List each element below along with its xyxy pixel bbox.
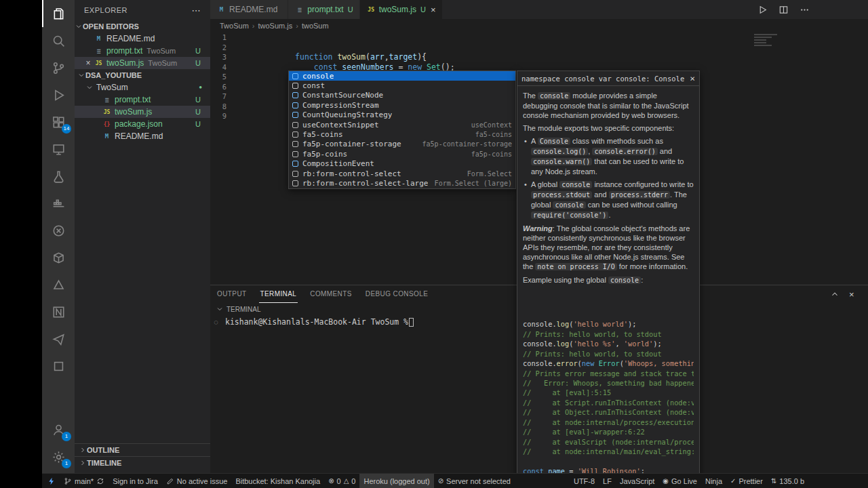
line-number: 8 [210,102,226,112]
suggestion-item[interactable]: rb:form-control-select-large Form.Select… [289,178,515,188]
minimap[interactable] [751,33,781,47]
close-icon[interactable]: × [431,5,436,15]
folder-twosum[interactable]: TwoSum ● [75,81,210,94]
git-branch-item[interactable]: main* [60,474,108,488]
remote-indicator[interactable] [43,474,60,488]
extensions-icon[interactable]: 14 [42,108,75,136]
breadcrumb-file[interactable]: twoSum.js [258,22,292,30]
explorer-icon[interactable] [42,0,75,27]
suggestion-item[interactable]: rb:form-control-select Form.Select [289,169,515,178]
workspace-root-folder[interactable]: DSA_YOUTUBE [75,69,210,81]
suggestion-item[interactable]: ConstantSourceNode [289,91,515,100]
suggestion-item[interactable]: CountQueuingStrategy [289,110,515,120]
file-folder: TwoSum [148,57,177,69]
sync-icon [96,477,104,485]
breadcrumb-folder[interactable]: TwoSum [220,22,249,30]
encoding-item[interactable]: UTF-8 [570,474,599,488]
bitbucket-item[interactable]: Bitbucket: Kishan Kanojia [231,474,324,488]
docs-code-line: // at [eval]-wrapper:6:22 [523,427,694,436]
run-debug-icon[interactable] [42,81,75,108]
tree-item-package-json[interactable]: package.json U [75,118,210,130]
settings-gear-icon[interactable]: 1 [42,443,75,470]
run-icon[interactable] [757,5,768,15]
open-editor-item-readme[interactable]: README.md [75,33,210,45]
explorer-sidebar: EXPLORER ⋯ OPEN EDITORS README.md prompt… [75,0,210,473]
breadcrumb-symbol[interactable]: twoSum [302,22,329,30]
suggestion-item[interactable]: CompositionEvent [289,159,515,169]
tab-twosum[interactable]: twoSum.js U × [360,0,443,19]
npm-icon[interactable] [42,298,75,325]
ninja-item[interactable]: Ninja [701,474,726,488]
suggestion-item[interactable]: fa5p-coins fa5p-coins [289,149,515,159]
chevron-down-icon [216,305,224,313]
heroku-icon[interactable] [42,271,75,298]
panel-actions: × [830,285,863,303]
open-editor-item-twosum[interactable]: × twoSum.js TwoSum U [75,57,210,69]
close-icon[interactable]: × [83,57,94,69]
eol-item[interactable]: LF [599,474,616,488]
maximize-panel-icon[interactable] [830,289,840,299]
more-actions-icon[interactable] [800,5,810,15]
source-control-icon[interactable] [42,54,75,81]
code-line[interactable]: 3 for(const num of arr){ [210,52,868,62]
tab-terminal[interactable]: TERMINAL [259,285,298,303]
tab-comments[interactable]: COMMENTS [309,285,353,303]
folder-name: TwoSum [96,81,128,94]
docs-paragraph: A global console instance configured to … [523,180,694,220]
heroku-item[interactable]: Heroku (logged out) [359,474,433,488]
language-item[interactable]: JavaScript [616,474,658,488]
npm-file-icon [102,121,112,127]
file-folder: TwoSum [146,45,176,57]
server-item[interactable]: ⊘ Server not selected [434,474,515,488]
suggestion-item[interactable]: CompressionStream [289,100,515,110]
suggestion-kind-icon [292,122,298,128]
testing-icon[interactable] [42,163,75,190]
tree-item-prompt[interactable]: prompt.txt U [75,94,210,106]
suggestion-item[interactable]: fa5p-container-storage fa5p-container-st… [289,140,515,149]
suggestion-item[interactable]: useContextSnippet useContext [289,120,515,129]
remote-explorer-icon[interactable] [42,136,75,163]
accounts-icon[interactable]: 1 [42,416,75,443]
go-live-item[interactable]: ◉ Go Live [658,474,701,488]
timeline-section[interactable]: TIMELINE [75,456,210,469]
suggestion-item[interactable]: const [289,81,515,90]
tab-debug-console[interactable]: DEBUG CONSOLE [364,285,429,303]
suggestion-label: CompressionStream [302,101,379,110]
line-number: 1 [210,33,226,43]
search-icon[interactable] [42,27,75,54]
jira-signin-item[interactable]: Sign in to Jira [108,474,162,488]
error-icon: ⊗ [328,478,334,485]
tree-item-twosum[interactable]: twoSum.js U [75,106,210,118]
network-stats-item[interactable]: ⇅ 135.0 b [767,474,808,488]
suggestion-label: fa5-coins [302,130,343,139]
suggestion-item[interactable]: fa5-coins fa5-coins [289,129,515,139]
suggestion-item[interactable]: console [289,71,515,81]
docs-code-line: console.error(new Error('Whoops, somethi… [523,359,694,368]
package-icon[interactable] [42,244,75,271]
prettier-item[interactable]: ✓ Prettier [726,474,767,488]
file-name: README.md [115,130,163,142]
placeholder-icon[interactable] [42,352,75,380]
more-actions-icon[interactable]: ⋯ [192,6,201,15]
docker-icon[interactable] [42,190,75,217]
broadcast-icon: ◉ [663,478,669,485]
status-right: UTF-8 LF JavaScript ◉ Go Live Ninja ✓ Pr… [570,474,808,488]
split-editor-icon[interactable] [778,5,789,15]
chevron-right-icon: › [296,22,298,30]
suggestion-kind-icon [292,102,298,108]
tab-prompt[interactable]: prompt.txt U [288,0,359,19]
tab-readme[interactable]: README.md [210,0,288,19]
active-issue-item[interactable]: No active issue [162,474,232,488]
tab-output[interactable]: OUTPUT [216,285,248,303]
live-server-icon[interactable] [42,325,75,352]
live-share-icon[interactable] [42,217,75,244]
open-editors-header[interactable]: OPEN EDITORS [75,20,210,33]
tree-item-readme[interactable]: README.md [75,130,210,142]
suggestion-label: ConstantSourceNode [302,91,383,100]
open-editor-item-prompt[interactable]: prompt.txt TwoSum U [75,45,210,57]
close-panel-icon[interactable]: × [849,290,854,299]
problems-item[interactable]: ⊗ 0 △ 0 [324,474,359,488]
outline-section[interactable]: OUTLINE [75,443,210,456]
git-badge: U [195,106,201,118]
close-icon[interactable]: × [690,73,695,83]
